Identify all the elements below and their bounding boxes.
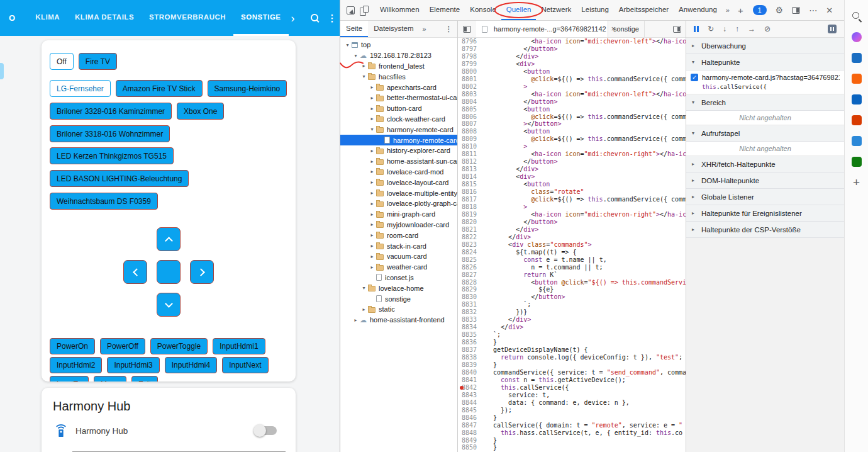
toggle-navigator-icon[interactable]: [463, 26, 471, 33]
tree-item-history-explorer-card[interactable]: ▸history-explorer-card: [340, 145, 457, 156]
line-number[interactable]: 8836: [458, 339, 481, 346]
code-line[interactable]: 8847 callService({ domain: t = "remote",…: [458, 422, 686, 429]
line-number[interactable]: 8840: [458, 369, 481, 376]
code-line[interactable]: 8824 ${t.map((t) => {: [458, 249, 686, 256]
code-line[interactable]: 8803 <ha-icon icon="mdi:chevron-left"></…: [458, 91, 686, 98]
chevron-right-icon[interactable]: ▸: [369, 212, 376, 217]
line-number[interactable]: 8811: [458, 150, 481, 158]
code-line[interactable]: 8846 }: [458, 414, 686, 422]
line-number[interactable]: 8848: [458, 429, 481, 437]
code-line[interactable]: 8809 @click=${() => this.commandService(…: [458, 135, 686, 143]
chevron-right-icon[interactable]: ▸: [369, 190, 376, 196]
close-devtools-icon[interactable]: ✕: [826, 6, 833, 15]
line-number[interactable]: 8805: [458, 106, 481, 113]
nav-down-button[interactable]: [157, 293, 181, 317]
tree-item-home-assistant-sun-card[interactable]: ▸home-assistant-sun-card: [340, 156, 457, 167]
deactivate-breakpoints-icon[interactable]: ⊘: [764, 25, 771, 33]
chevron-right-icon[interactable]: ▸: [369, 148, 376, 154]
tree-item-top[interactable]: ▾top: [340, 40, 457, 50]
chevron-down-icon[interactable]: ▾: [352, 53, 359, 59]
line-number[interactable]: 8802: [458, 83, 481, 91]
section-haltepunkte[interactable]: ▾Haltepunkte: [686, 54, 844, 71]
code-line[interactable]: 8804 </button>: [458, 98, 686, 106]
search-icon[interactable]: [852, 11, 862, 21]
chevron-right-icon[interactable]: ▸: [369, 106, 376, 111]
chevron-down-icon[interactable]: ▾: [360, 74, 367, 79]
line-number[interactable]: 8842: [458, 384, 481, 392]
command-button[interactable]: InputHdmi4: [165, 357, 217, 373]
code-line[interactable]: 8812 </button>: [458, 158, 686, 166]
tree-item-clock-weather-card[interactable]: ▸clock-weather-card: [340, 114, 457, 125]
screenshot-icon[interactable]: [852, 136, 862, 146]
tab-netzwerk[interactable]: Netzwerk: [536, 0, 576, 20]
code-line[interactable]: 8843 service: t,: [458, 392, 686, 399]
section-xhr-fetch-haltepunkte[interactable]: ▸XHR/fetch-Haltepunkte: [686, 156, 844, 172]
line-number[interactable]: 8835: [458, 331, 481, 339]
add-icon[interactable]: +: [853, 178, 860, 188]
line-number[interactable]: 8799: [458, 60, 481, 68]
tree-item-weather-card[interactable]: ▸weather-card: [340, 262, 457, 273]
pause-script-icon[interactable]: [694, 26, 699, 32]
device-button[interactable]: Briloner 3318-016 Wohnzimmer: [50, 125, 170, 142]
chevron-right-icon[interactable]: ▸: [369, 232, 376, 238]
device-button[interactable]: LED BASON LIGHTING-Beleuchtung: [50, 170, 189, 187]
line-number[interactable]: 8800: [458, 68, 481, 76]
code-line[interactable]: 8841 const n = this.getActiveDevice();: [458, 376, 686, 384]
nav-right-button[interactable]: [190, 260, 214, 284]
line-number[interactable]: 8831: [458, 301, 481, 308]
chevron-down-icon[interactable]: ▾: [360, 285, 367, 291]
tab-leistung[interactable]: Leistung: [576, 0, 613, 20]
tree-item-192-168-178-2-8123[interactable]: ▾☁192.168.178.2:8123: [340, 50, 457, 61]
tree-item-sonstige[interactable]: sonstige: [340, 293, 457, 304]
command-button[interactable]: InputHdmi1: [213, 338, 265, 354]
line-number[interactable]: 8825: [458, 256, 481, 264]
section-bereich[interactable]: ▾Bereich: [686, 94, 844, 111]
step-over-icon[interactable]: ↻: [708, 25, 714, 33]
code-line[interactable]: 8796 <ha-icon icon="mdi:chevron-left"></…: [458, 38, 686, 45]
tree-item-lovelace-multiple-entity-row[interactable]: ▸lovelace-multiple-entity-row: [340, 188, 457, 198]
code-line[interactable]: 8806 @click=${() => this.commandService(…: [458, 113, 686, 121]
app-tab-stromverbrauch[interactable]: STROMVERBRAUCH: [142, 0, 233, 36]
command-button[interactable]: PowerOff: [100, 338, 145, 354]
toggle-switch[interactable]: [255, 426, 277, 435]
code-line[interactable]: 8821 </div>: [458, 226, 686, 234]
section-dom-haltepunkte[interactable]: ▸DOM-Haltepunkte: [686, 172, 844, 189]
line-number[interactable]: 8815: [458, 181, 481, 188]
chevron-right-icon[interactable]: ▸: [360, 63, 367, 69]
tree-item-mini-graph-card[interactable]: ▸mini-graph-card: [340, 209, 457, 220]
device-button[interactable]: Xbox One: [177, 103, 224, 120]
code-line[interactable]: 8816 class="rotate": [458, 188, 686, 196]
chevron-right-icon[interactable]: ▸: [369, 254, 376, 259]
app-tab-sonstige[interactable]: SONSTIGE: [233, 0, 288, 36]
pause-on-exceptions-icon[interactable]: [828, 25, 837, 33]
tabs-scroll-right-icon[interactable]: ›: [291, 13, 295, 24]
line-number[interactable]: 8847: [458, 422, 481, 429]
overflow-menu-icon[interactable]: ⋮: [328, 13, 337, 24]
tree-item-lovelace-plotly-graph-card[interactable]: ▸lovelace-plotly-graph-card: [340, 198, 457, 209]
tree-item-home-assistant-frontend[interactable]: ▸☁home-assistant-frontend: [340, 315, 457, 325]
tree-item-harmony-remote-card[interactable]: ▾harmony-remote-card: [340, 124, 457, 135]
code-line[interactable]: 8829 ${e}: [458, 286, 686, 293]
dock-side-icon[interactable]: [792, 7, 800, 14]
code-line[interactable]: 8845 });: [458, 407, 686, 414]
tree-item-iconset-js[interactable]: iconset.js: [340, 273, 457, 283]
add-panel-icon[interactable]: +: [733, 5, 748, 16]
nav-up-button[interactable]: [157, 227, 181, 251]
line-number[interactable]: 8803: [458, 91, 481, 98]
chevron-right-icon[interactable]: ▸: [369, 159, 376, 164]
line-number[interactable]: 8828: [458, 279, 481, 286]
breakpoint-entry[interactable]: ✓harmony-remote-card.js?hacstag=36476982…: [686, 71, 844, 94]
command-button[interactable]: PowerToggle: [150, 338, 208, 354]
code-line[interactable]: 8840 commandService({ service: t = "send…: [458, 369, 686, 376]
code-line[interactable]: 8823 <div class="commands">: [458, 241, 686, 249]
tree-item-lovelace-card-mod[interactable]: ▸lovelace-card-mod: [340, 167, 457, 178]
toggle-debugger-icon[interactable]: [673, 26, 681, 33]
line-number[interactable]: 8816: [458, 188, 481, 196]
tree-item-button-card[interactable]: ▸button-card: [340, 103, 457, 114]
command-button[interactable]: InputTv: [50, 376, 89, 381]
app-tab-klima[interactable]: KLIMA: [28, 0, 67, 36]
code-line[interactable]: 8827 return K`: [458, 271, 686, 279]
step-icon[interactable]: →: [748, 25, 755, 33]
code-line[interactable]: 8838 return console.log({ deviceConfig: …: [458, 354, 686, 361]
games-icon[interactable]: [852, 115, 862, 125]
